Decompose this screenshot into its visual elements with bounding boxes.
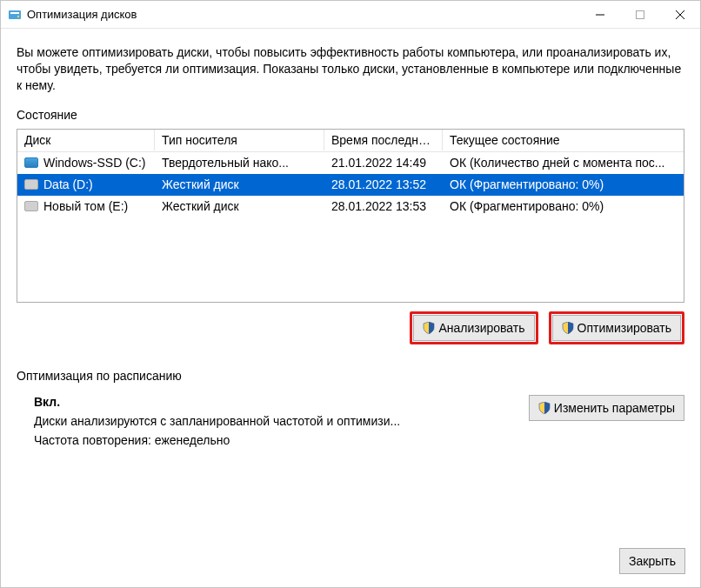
- change-settings-button[interactable]: Изменить параметры: [529, 395, 684, 421]
- state-label: Состояние: [17, 108, 684, 122]
- col-type[interactable]: Тип носителя: [155, 130, 324, 150]
- intro-text: Вы можете оптимизировать диски, чтобы по…: [17, 44, 684, 94]
- col-state[interactable]: Текущее состояние: [443, 130, 684, 150]
- window-controls: [580, 1, 700, 29]
- optimize-button-label: Оптимизировать: [577, 321, 671, 335]
- table-row[interactable]: Data (D:)Жесткий диск28.01.2022 13:52ОК …: [17, 174, 684, 196]
- analyze-highlight: Анализировать: [410, 311, 537, 344]
- schedule-section-header: Оптимизация по расписанию: [17, 369, 684, 383]
- drive-type: Твердотельный нако...: [155, 153, 324, 172]
- drive-name: Windows-SSD (C:): [43, 156, 145, 170]
- table-row[interactable]: Новый том (E:)Жесткий диск28.01.2022 13:…: [17, 196, 684, 217]
- svg-rect-1: [10, 12, 19, 14]
- analyze-button[interactable]: Анализировать: [413, 315, 534, 341]
- ssd-drive-icon: [24, 157, 38, 168]
- drive-lastrun: 21.01.2022 14:49: [324, 153, 443, 172]
- schedule-text: Вкл. Диски анализируются с запланированн…: [17, 395, 529, 452]
- svg-point-2: [17, 15, 19, 17]
- schedule-status: Вкл.: [34, 395, 529, 409]
- divider: [189, 375, 684, 376]
- close-button[interactable]: [660, 1, 700, 29]
- close-dialog-button[interactable]: Закрыть: [619, 548, 685, 574]
- change-settings-wrap: Изменить параметры: [529, 395, 684, 452]
- drive-listview[interactable]: Диск Тип носителя Время последне... Теку…: [17, 129, 684, 303]
- shield-icon: [538, 402, 551, 414]
- schedule-line2: Частота повторения: еженедельно: [34, 433, 529, 447]
- change-settings-label: Изменить параметры: [554, 401, 675, 415]
- footer: Закрыть: [619, 548, 685, 574]
- maximize-button[interactable]: [620, 1, 660, 29]
- close-dialog-label: Закрыть: [629, 554, 676, 568]
- schedule-line1: Диски анализируются с запланированной ча…: [34, 414, 529, 428]
- schedule-label: Оптимизация по расписанию: [17, 369, 182, 383]
- schedule-block: Вкл. Диски анализируются с запланированн…: [17, 395, 684, 452]
- hdd-drive-icon: [24, 179, 38, 190]
- analyze-button-label: Анализировать: [438, 321, 524, 335]
- table-row[interactable]: Windows-SSD (C:)Твердотельный нако...21.…: [17, 152, 684, 174]
- shield-icon: [423, 322, 435, 334]
- drive-name: Новый том (E:): [43, 199, 128, 213]
- content-area: Вы можете оптимизировать диски, чтобы по…: [1, 29, 700, 452]
- shield-icon: [562, 322, 574, 334]
- optimize-highlight: Оптимизировать: [549, 311, 684, 344]
- minimize-button[interactable]: [580, 1, 620, 29]
- svg-rect-0: [9, 10, 21, 19]
- window-title: Оптимизация дисков: [27, 8, 580, 21]
- action-row: Анализировать Оптимизировать: [17, 311, 684, 344]
- drive-lastrun: 28.01.2022 13:52: [324, 175, 443, 194]
- titlebar: Оптимизация дисков: [1, 1, 700, 29]
- app-icon: [8, 8, 22, 22]
- drive-lastrun: 28.01.2022 13:53: [324, 197, 443, 216]
- list-header: Диск Тип носителя Время последне... Теку…: [17, 130, 684, 152]
- drive-name: Data (D:): [43, 177, 93, 191]
- drive-status: ОК (Фрагментировано: 0%): [443, 197, 684, 216]
- drive-status: ОК (Количество дней с момента пос...: [443, 153, 684, 172]
- optimize-button[interactable]: Оптимизировать: [552, 315, 681, 341]
- drive-type: Жесткий диск: [155, 175, 324, 194]
- drive-type: Жесткий диск: [155, 197, 324, 216]
- hdd-drive-icon: [24, 201, 38, 211]
- col-time[interactable]: Время последне...: [324, 130, 443, 150]
- col-disk[interactable]: Диск: [17, 130, 155, 150]
- drive-status: ОК (Фрагментировано: 0%): [443, 175, 684, 194]
- svg-rect-4: [637, 10, 644, 18]
